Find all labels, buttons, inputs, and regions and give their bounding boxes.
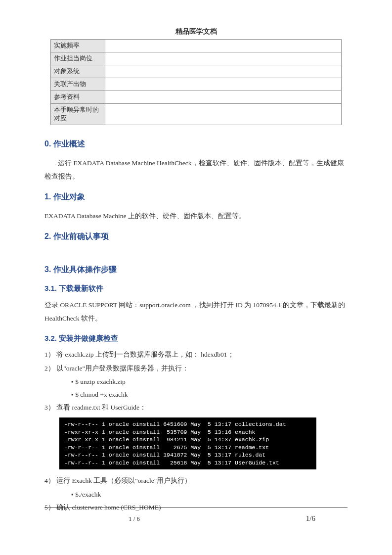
terminal-output: -rw-r--r-- 1 oracle oinstall 6451600 May… xyxy=(59,417,316,469)
row-label: 本手顺异常时的对应 xyxy=(51,104,105,125)
section-3-2-title: 3.2. 安装并做健康检查 xyxy=(44,334,348,343)
row-value xyxy=(105,52,341,65)
step-4: 4） 运行 Exachk 工具（必须以"oracle"用户执行） xyxy=(44,474,348,487)
step-1: 1） 将 exachk.zip 上传到一台数据库服务器上，如： hdexdb01… xyxy=(44,348,348,361)
footer-divider xyxy=(44,508,348,508)
section-3-title: 3. 作业具体操作步骤 xyxy=(44,265,348,275)
section-3-1-title: 3.1. 下载最新软件 xyxy=(44,284,348,293)
command-1: $ unzip exachk.zip xyxy=(71,375,348,388)
row-label: 对象系统 xyxy=(51,65,105,78)
table-row: 本手顺异常时的对应 xyxy=(51,104,341,125)
row-value xyxy=(105,40,341,52)
step-2: 2） 以"oracle"用户登录数据库服务器，并执行： xyxy=(44,362,348,375)
command-3: $./exachk xyxy=(71,488,348,501)
section-2-title: 2. 作业前确认事项 xyxy=(44,231,348,242)
row-value xyxy=(105,91,341,104)
table-row: 作业担当岗位 xyxy=(51,52,341,65)
page-number-right: 1/6 xyxy=(306,514,315,523)
row-value xyxy=(105,78,341,91)
section-0-text: 运行 EXADATA Database Machine HealthCheck，… xyxy=(44,156,348,183)
row-value xyxy=(105,65,341,78)
row-label: 参考资料 xyxy=(51,91,105,104)
command-2: $ chmod +x exachk xyxy=(71,388,348,401)
page-header-title: 精品医学文档 xyxy=(44,27,348,36)
table-row: 关联产出物 xyxy=(51,78,341,91)
row-label: 作业担当岗位 xyxy=(51,52,105,65)
section-0-title: 0. 作业概述 xyxy=(44,139,348,149)
section-1-title: 1. 作业对象 xyxy=(44,192,348,202)
section-1-text: EXADATA Database Machine 上的软件、硬件、固件版本、配置… xyxy=(44,209,348,223)
step-3: 3） 查看 readme.txt 和 UserGuide： xyxy=(44,401,348,414)
page-number-left: 1 / 6 xyxy=(129,515,140,523)
table-row: 实施频率 xyxy=(51,40,341,52)
info-table: 实施频率 作业担当岗位 对象系统 关联产出物 参考资料 本手顺异常时的对应 xyxy=(50,39,341,125)
row-value xyxy=(105,104,341,125)
table-row: 参考资料 xyxy=(51,91,341,104)
section-3-1-text: 登录 ORACLE SUPPORT 网站：support.oracle.com … xyxy=(44,298,348,325)
row-label: 实施频率 xyxy=(51,40,105,52)
table-row: 对象系统 xyxy=(51,65,341,78)
row-label: 关联产出物 xyxy=(51,78,105,91)
